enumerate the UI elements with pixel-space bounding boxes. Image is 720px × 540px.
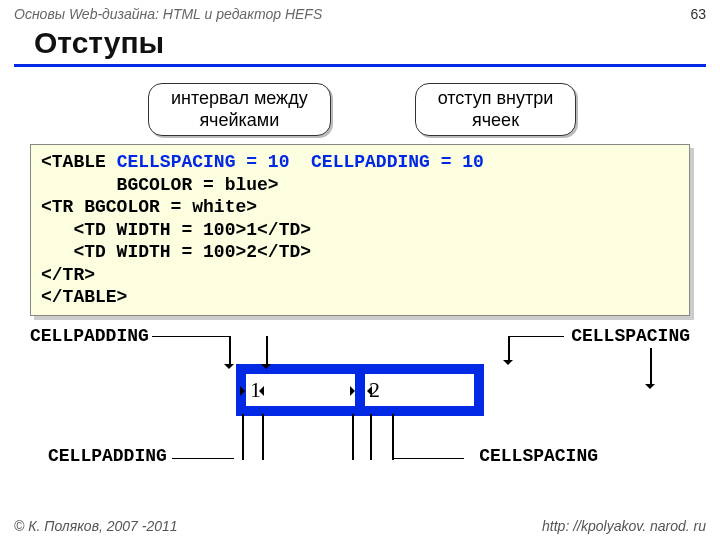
label-cellspacing-bottom: CELLSPACING [479,446,598,466]
code-block: <TABLE CELLSPACING = 10 CELLPADDING = 10… [30,144,690,316]
label-cellpadding-bottom: CELLPADDING [48,446,167,466]
copyright: © К. Поляков, 2007 -2011 [14,518,178,534]
table-cell: 2 [365,374,474,406]
callout-cellspacing: интервал между ячейками [148,83,331,136]
doc-header: Основы Web-дизайна: HTML и редактор HEFS [14,6,322,22]
callout-cellpadding: отступ внутри ячеек [415,83,577,136]
diagram: CELLPADDING CELLSPACING CELLPADDING CELL… [30,326,690,486]
page-title: Отступы [34,26,706,60]
label-cellspacing-top: CELLSPACING [571,326,690,346]
label-cellpadding-top: CELLPADDING [30,326,149,346]
table-illustration: 1 2 [236,364,484,416]
page-number: 63 [690,6,706,22]
footer-url: http: //kpolyakov. narod. ru [542,518,706,534]
